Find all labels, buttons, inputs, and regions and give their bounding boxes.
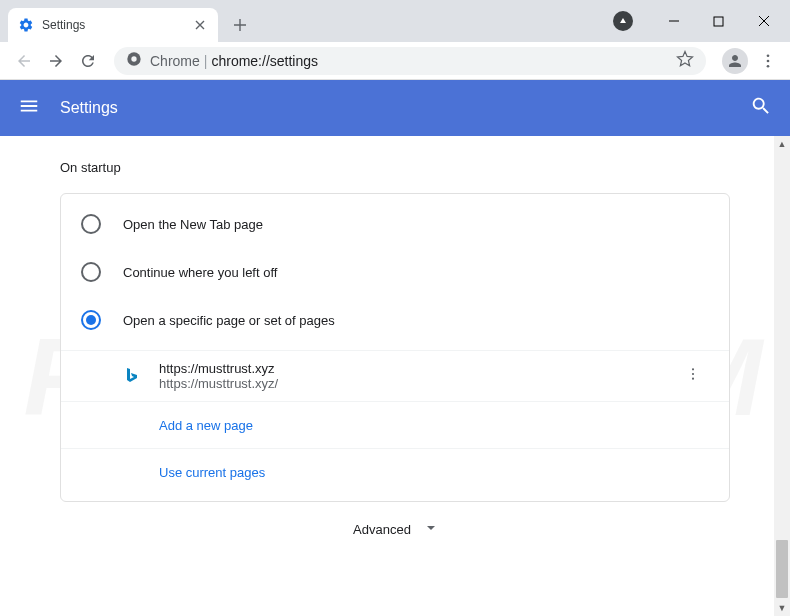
page-entry-menu-icon[interactable]	[677, 362, 709, 390]
maximize-button[interactable]	[696, 6, 741, 36]
svg-point-8	[692, 368, 694, 370]
forward-button[interactable]	[42, 47, 70, 75]
radio-label: Open the New Tab page	[123, 217, 263, 232]
settings-gear-icon	[18, 17, 34, 33]
search-icon[interactable]	[750, 95, 772, 121]
svg-point-4	[767, 59, 770, 62]
minimize-button[interactable]	[651, 6, 696, 36]
page-entry-url: https://musttrust.xyz/	[159, 376, 677, 391]
svg-rect-0	[714, 17, 723, 26]
omnibox-separator: |	[204, 53, 208, 69]
browser-menu-button[interactable]	[754, 47, 782, 75]
settings-page-title: Settings	[60, 99, 118, 117]
add-page-link[interactable]: Add a new page	[159, 418, 253, 433]
browser-toolbar: Chrome | chrome://settings	[0, 42, 790, 80]
back-button[interactable]	[10, 47, 38, 75]
svg-point-9	[692, 373, 694, 375]
omnibox-prefix: Chrome	[150, 53, 200, 69]
startup-card: Open the New Tab page Continue where you…	[60, 193, 730, 502]
settings-header: Settings	[0, 80, 790, 136]
radio-option-continue[interactable]: Continue where you left off	[61, 248, 729, 296]
advanced-toggle[interactable]: Advanced	[60, 502, 730, 556]
address-bar[interactable]: Chrome | chrome://settings	[114, 47, 706, 75]
profile-badge-icon[interactable]	[613, 11, 633, 31]
svg-point-5	[767, 64, 770, 67]
omnibox-url: chrome://settings	[211, 53, 318, 69]
bookmark-star-icon[interactable]	[676, 50, 694, 72]
use-current-row[interactable]: Use current pages	[61, 448, 729, 495]
bing-favicon-icon	[123, 367, 141, 385]
close-window-button[interactable]	[741, 6, 786, 36]
hamburger-menu-icon[interactable]	[18, 95, 40, 121]
radio-option-new-tab[interactable]: Open the New Tab page	[61, 200, 729, 248]
svg-point-10	[692, 378, 694, 380]
close-tab-icon[interactable]	[192, 17, 208, 33]
radio-option-specific[interactable]: Open a specific page or set of pages	[61, 296, 729, 344]
tab-title: Settings	[42, 18, 192, 32]
window-controls	[613, 0, 790, 42]
radio-icon	[81, 214, 101, 234]
scrollbar-down-icon[interactable]: ▼	[774, 600, 790, 616]
radio-icon	[81, 262, 101, 282]
advanced-label: Advanced	[353, 522, 411, 537]
svg-point-2	[131, 56, 136, 61]
radio-icon	[81, 310, 101, 330]
startup-page-row: https://musttrust.xyz https://musttrust.…	[61, 350, 729, 401]
add-page-row[interactable]: Add a new page	[61, 401, 729, 448]
browser-tab[interactable]: Settings	[8, 8, 218, 42]
use-current-link[interactable]: Use current pages	[159, 465, 265, 480]
profile-avatar[interactable]	[722, 48, 748, 74]
chrome-icon	[126, 51, 142, 71]
page-entry-title: https://musttrust.xyz	[159, 361, 677, 376]
section-title-startup: On startup	[60, 160, 730, 175]
radio-label: Open a specific page or set of pages	[123, 313, 335, 328]
chevron-down-icon	[425, 520, 437, 538]
reload-button[interactable]	[74, 47, 102, 75]
new-tab-button[interactable]	[226, 11, 254, 39]
radio-label: Continue where you left off	[123, 265, 277, 280]
svg-point-3	[767, 54, 770, 57]
window-titlebar: Settings	[0, 0, 790, 42]
settings-content: PCRISK.COM On startup Open the New Tab p…	[0, 136, 790, 616]
